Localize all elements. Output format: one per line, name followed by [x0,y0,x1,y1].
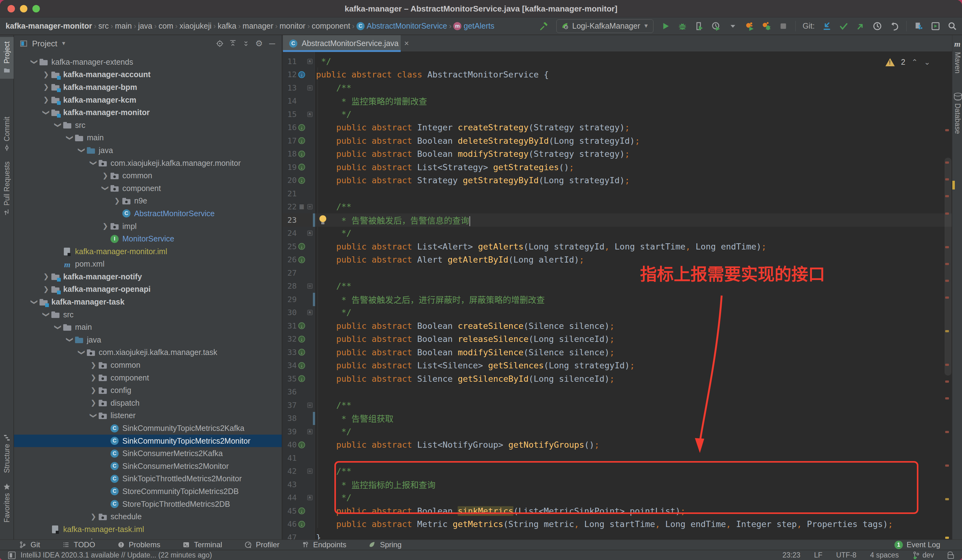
code-line[interactable]: 12↓public abstract class AbstractMonitor… [282,68,952,82]
line-number[interactable]: 44 [282,493,297,502]
line-number[interactable]: 46 [282,520,297,529]
search-everywhere-icon[interactable] [947,21,958,31]
rollback-icon[interactable] [889,21,899,31]
fold-marker-icon[interactable]: ˄ [307,495,313,500]
tree-row[interactable]: kafka-manager-task.iml [14,523,282,536]
line-number[interactable]: 24 [282,229,297,238]
tree-row[interactable]: ❯kafka-manager-notify [14,270,282,283]
file-encoding[interactable]: UTF-8 [836,551,857,559]
code-line[interactable]: 30˄ */ [282,306,952,320]
tree-row[interactable]: ❯dispatch [14,397,282,409]
sidebar-item-project[interactable]: Project [0,37,14,79]
line-number[interactable]: 22 [282,202,297,211]
impl-gutter-icon[interactable]: ↓ [297,521,307,528]
indent-setting[interactable]: 4 spaces [870,551,899,559]
code-line[interactable]: 22≣− /** [282,200,952,214]
debug-icon[interactable] [677,21,688,31]
fold-marker-icon[interactable]: ˄ [307,230,313,236]
line-number[interactable]: 42 [282,467,297,476]
tree-row[interactable]: ❯src [14,308,282,321]
inspection-widget[interactable]: 2 ⌃ ⌄ [885,58,930,67]
line-number[interactable]: 34 [282,361,297,370]
tree-toggle-icon[interactable]: ❯ [41,96,51,104]
line-number[interactable]: 20 [282,176,297,185]
code-text[interactable]: public abstract Boolean modifySilence(Si… [315,348,952,357]
update-icon[interactable] [822,21,832,31]
line-number[interactable]: 33 [282,348,297,357]
code-text[interactable]: /** [315,401,952,410]
code-line[interactable]: 14 * 监控策略的增删改查 [282,95,952,108]
line-number[interactable]: 23 [282,216,297,225]
breadcrumb-item[interactable]: xiaojukeji [179,21,211,31]
tree-row[interactable]: ❯kafka-manager-extends [14,56,282,68]
line-number[interactable]: 11 [282,57,297,66]
code-text[interactable]: */ [315,56,952,66]
tree-toggle-icon[interactable]: ❯ [54,323,62,332]
code-text[interactable]: public abstract List<Silence> getSilence… [315,360,952,370]
sidebar-item-commit[interactable]: Commit [0,112,14,156]
error-stripe-mark[interactable] [945,296,949,299]
fold-marker-icon[interactable]: ˄ [307,429,313,434]
impl-gutter-icon[interactable]: ↓ [297,349,307,356]
code-line[interactable]: 39˄ */ [282,425,952,438]
code-line[interactable]: 18↓ public abstract Boolean modifyStrate… [282,148,952,161]
code-text[interactable]: } [315,533,952,539]
tree-row[interactable]: ❯kafka-manager-task [14,296,282,308]
code-text[interactable]: public abstract Strategy getStrategyById… [315,175,952,185]
status-message[interactable]: IntelliJ IDEA 2020.3.1 available // Upda… [21,551,212,559]
error-stripe-mark[interactable] [945,330,949,332]
tree-toggle-icon[interactable]: ❯ [30,298,38,307]
tree-toggle-icon[interactable]: ❯ [112,197,122,205]
code-text[interactable]: public abstract Integer createStrategy(S… [315,122,952,132]
tree-row[interactable]: ❯kafka-manager-openapi [14,283,282,296]
run-icon[interactable] [660,21,671,31]
tool-window-button-todo[interactable]: TODO [62,541,95,549]
close-tab-icon[interactable]: × [404,39,409,48]
tool-window-button-endpoints[interactable]: Endpoints [301,541,347,549]
line-number[interactable]: 39 [282,427,297,436]
tree-row[interactable]: ❯main [14,132,282,144]
code-line[interactable]: 32↓ public abstract Boolean releaseSilen… [282,333,952,346]
tool-window-button-terminal[interactable]: Terminal [182,541,222,549]
run-async-profiler-icon[interactable] [744,21,755,31]
tree-row[interactable]: ❯com.xiaojukeji.kafka.manager.task [14,346,282,359]
code-line[interactable]: 16↓ public abstract Integer createStrate… [282,121,952,134]
code-text[interactable]: * 告警组获取 [315,412,952,424]
impl-gutter-icon[interactable]: ↓ [297,336,307,343]
tree-row[interactable]: ❯config [14,384,282,397]
impl-gutter-icon[interactable]: ↓ [297,441,307,448]
tree-row[interactable]: kafka-manager-monitor.iml [14,245,282,258]
impl-gutter-icon[interactable]: ↓ [297,151,307,158]
line-number[interactable]: 13 [282,84,297,92]
tree-toggle-icon[interactable]: ❯ [42,310,50,319]
tree-toggle-icon[interactable]: ❯ [41,71,51,79]
tree-row[interactable]: ❯kafka-manager-bpm [14,81,282,93]
tree-toggle-icon[interactable]: ❯ [77,348,86,357]
error-stripe-mark[interactable] [945,380,949,383]
code-text[interactable]: public abstract List<NotifyGroup> getNot… [315,440,952,449]
code-line[interactable]: 29 * 告警被触发之后，进行屏蔽时，屏蔽策略的增删改查 [282,293,952,306]
line-number[interactable]: 14 [282,97,297,105]
fold-marker-icon[interactable]: − [307,402,313,408]
code-line[interactable]: 36 [282,385,952,399]
line-number[interactable]: 38 [282,414,297,423]
breadcrumb-item[interactable]: monitor [279,21,305,31]
profiler-icon[interactable] [711,21,722,31]
diff-icon[interactable] [914,21,924,31]
tree-toggle-icon[interactable]: ❯ [89,386,98,394]
tree-toggle-icon[interactable]: ❯ [100,222,110,230]
code-text[interactable]: public abstract class AbstractMonitorSer… [315,70,952,79]
code-text[interactable]: public abstract List<Strategy> getStrate… [315,163,952,172]
push-icon[interactable] [855,21,866,31]
sidebar-item-pull-requests[interactable]: Pull Requests [0,157,14,220]
fold-marker-icon[interactable]: ˄ [307,310,313,315]
code-text[interactable]: * 告警被触发之后，进行屏蔽时，屏蔽策略的增删改查 [315,293,952,306]
line-number[interactable]: 16 [282,123,297,132]
tree-toggle-icon[interactable]: ❯ [89,361,98,369]
error-stripe-mark[interactable] [945,129,949,131]
git-branch-widget[interactable]: dev [912,551,934,559]
fold-marker-icon[interactable]: − [307,204,313,209]
tree-row[interactable]: CSinkConsumerMetrics2Kafka [14,447,282,460]
breadcrumb-item[interactable]: src [98,21,109,31]
caret-position[interactable]: 23:23 [782,551,801,559]
